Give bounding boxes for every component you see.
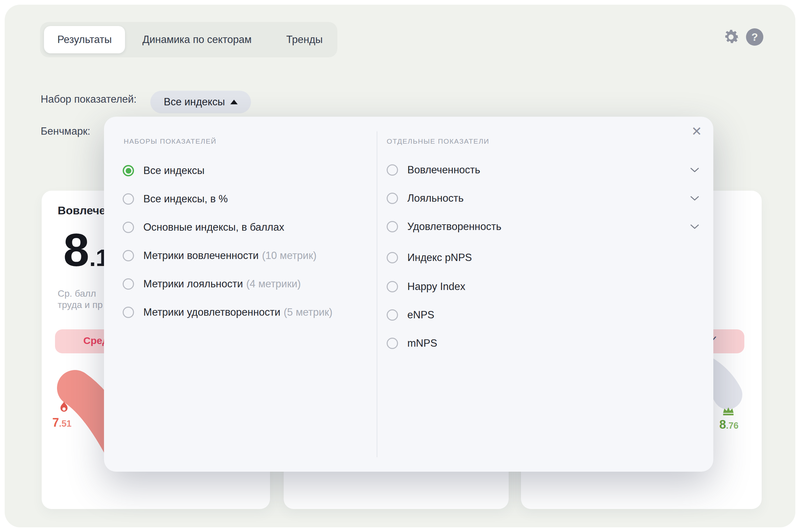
radio-button[interactable] [123, 307, 134, 318]
close-glyph: ✕ [691, 124, 702, 139]
max-score-integer: 8 [719, 419, 726, 431]
header-actions: ? [721, 27, 763, 47]
max-score: 8 .76 [719, 419, 739, 431]
option-all-indices[interactable]: Все индексы [123, 162, 363, 179]
option-label: Happy Index [407, 281, 465, 293]
individual-metrics-section-title: ОТДЕЛЬНЫЕ ПОКАЗАТЕЛИ [387, 137, 489, 145]
option-label: Метрики лояльности [143, 278, 243, 290]
tab-trends[interactable]: Тренды [269, 26, 340, 53]
option-label: Все индексы [143, 165, 205, 177]
option-loyalty[interactable]: Лояльность [387, 190, 701, 207]
option-label: Лояльность [407, 192, 464, 204]
chevron-down-icon[interactable] [690, 224, 699, 230]
option-count: (4 метрики) [246, 278, 301, 290]
option-satisfaction-metrics[interactable]: Метрики удовлетворенности (5 метрик) [123, 304, 363, 321]
help-glyph: ? [751, 31, 758, 43]
option-count: (10 метрик) [262, 250, 317, 262]
radio-button[interactable] [387, 338, 398, 349]
option-label: Метрики удовлетворенности [143, 306, 280, 318]
radio-button[interactable] [123, 250, 134, 261]
option-count: (5 метрик) [284, 306, 332, 318]
gear-icon[interactable] [721, 27, 741, 47]
flame-icon [59, 401, 69, 414]
score-integer: 8 [63, 227, 89, 273]
option-label: Индекс pNPS [407, 252, 472, 264]
radio-selected[interactable] [123, 165, 134, 176]
engagement-score: 8 .1 [63, 227, 109, 273]
min-score-integer: 7 [52, 417, 59, 429]
chevron-down-icon[interactable] [690, 167, 699, 173]
radio-button[interactable] [387, 281, 398, 292]
metric-sets-section-title: НАБОРЫ ПОКАЗАТЕЛЕЙ [124, 137, 216, 145]
crown-icon [723, 407, 734, 415]
option-label: Вовлеченность [407, 164, 480, 176]
help-icon[interactable]: ? [746, 28, 763, 46]
description-line-2: труда и пр [58, 299, 103, 311]
option-label: Удовлетворенность [407, 221, 501, 233]
card-description: Ср. балл труда и пр [58, 288, 103, 311]
screen: Результаты Динамика по секторам Тренды ?… [0, 0, 800, 532]
benchmark-label: Бенчмарк: [41, 125, 90, 137]
option-satisfaction[interactable]: Удовлетворенность [387, 218, 701, 235]
option-label: mNPS [407, 337, 437, 349]
metric-set-value: Все индексы [164, 96, 225, 108]
radio-button[interactable] [123, 222, 134, 233]
tab-sector-dynamics[interactable]: Динамика по секторам [125, 26, 269, 53]
metric-set-modal: ✕ НАБОРЫ ПОКАЗАТЕЛЕЙ ОТДЕЛЬНЫЕ ПОКАЗАТЕЛ… [104, 117, 713, 472]
option-label: Основные индексы, в баллах [143, 221, 284, 233]
tab-bar: Результаты Динамика по секторам Тренды [40, 22, 337, 57]
radio-button[interactable] [387, 193, 398, 204]
chevron-down-icon[interactable] [690, 195, 699, 201]
close-icon[interactable]: ✕ [687, 121, 707, 141]
option-engagement-metrics[interactable]: Метрики вовлеченности (10 метрик) [123, 247, 363, 264]
radio-button[interactable] [387, 164, 398, 176]
radio-button[interactable] [123, 193, 134, 205]
modal-divider [377, 131, 377, 457]
metric-set-dropdown[interactable]: Все индексы [150, 91, 251, 113]
min-score-decimal: .51 [59, 419, 72, 428]
description-line-1: Ср. балл [58, 288, 103, 299]
option-label: eNPS [407, 309, 434, 321]
option-mnps[interactable]: mNPS [387, 335, 701, 352]
min-score: 7 .51 [52, 417, 72, 429]
radio-button[interactable] [387, 221, 398, 232]
metric-set-label: Набор показателей: [41, 93, 137, 105]
option-main-indices-points[interactable]: Основные индексы, в баллах [123, 219, 363, 236]
option-label: Все индексы, в % [143, 193, 228, 205]
tab-results[interactable]: Результаты [44, 26, 125, 53]
option-engagement[interactable]: Вовлеченность [387, 162, 701, 178]
radio-button[interactable] [123, 278, 134, 290]
option-all-indices-percent[interactable]: Все индексы, в % [123, 191, 363, 207]
option-loyalty-metrics[interactable]: Метрики лояльности (4 метрики) [123, 276, 363, 292]
option-happy-index[interactable]: Happy Index [387, 278, 701, 295]
radio-button[interactable] [387, 309, 398, 321]
option-pnps[interactable]: Индекс pNPS [387, 249, 701, 266]
max-score-decimal: .76 [726, 421, 739, 430]
option-enps[interactable]: eNPS [387, 307, 701, 323]
option-label: Метрики вовлеченности [143, 250, 259, 262]
chevron-up-icon [230, 100, 238, 104]
radio-button[interactable] [387, 252, 398, 263]
